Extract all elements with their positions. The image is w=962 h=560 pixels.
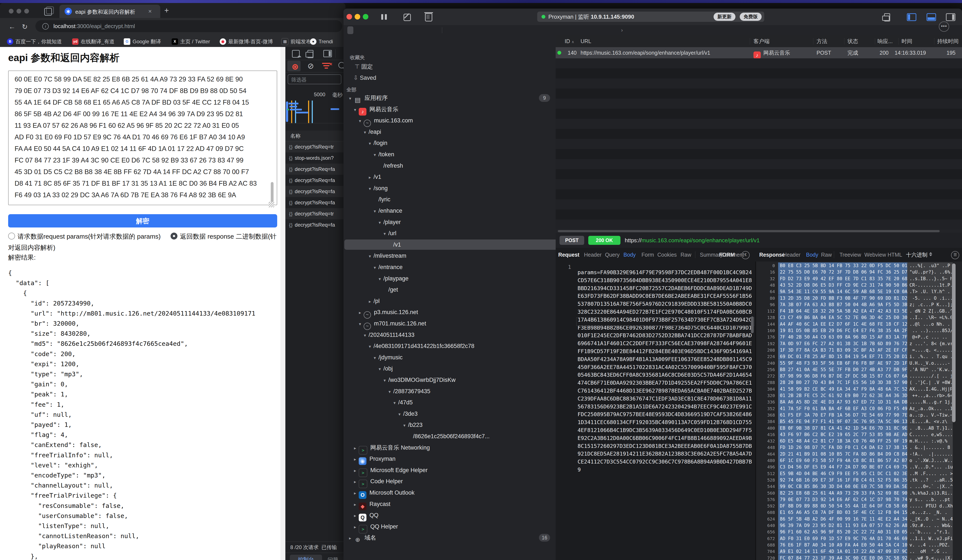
chevron-icon[interactable]: ▸	[347, 533, 354, 543]
chevron-icon[interactable]: ▸	[352, 488, 359, 498]
bookmark-item[interactable]: B 百度一下，你就知道	[7, 38, 62, 45]
col-response[interactable]: 响应...	[878, 35, 893, 47]
tab-resp-webview[interactable]: Webview	[864, 248, 886, 262]
col-url[interactable]: URL	[581, 35, 591, 47]
bookmark-item[interactable]: ▤ 前端发布	[281, 38, 311, 45]
tab-req-body[interactable]: Body	[623, 248, 636, 262]
waterfall-range-handle[interactable]	[286, 101, 288, 122]
protocol-filter-tab[interactable]	[581, 26, 588, 34]
tree-row[interactable]: ▾/token	[344, 149, 556, 159]
sidebar-item-pinned[interactable]: ⊤ 固定	[355, 61, 373, 72]
textarea-resize-grip[interactable]	[269, 202, 274, 207]
protocol-filter-tab[interactable]	[520, 26, 526, 34]
radio-request-params[interactable]	[8, 233, 15, 240]
tab-req-cookies[interactable]: Cookies	[657, 248, 677, 262]
trash-icon[interactable]	[425, 13, 432, 21]
toggle-bottom-panel-icon[interactable]	[926, 13, 936, 21]
chevron-icon[interactable]: ▾	[347, 93, 354, 103]
reload-icon[interactable]: ↻	[22, 23, 27, 31]
response-hex-pane[interactable]: 0 B0 E8 C3 25 5B BD 14 FB 75 33 22 0D F5…	[756, 262, 962, 560]
compose-icon[interactable]	[404, 14, 411, 21]
radio-request-label[interactable]: 请求数据request params(针对请求数据的 params)	[18, 233, 161, 240]
tree-row[interactable]: /lyric	[344, 194, 556, 204]
protocol-filter-tab[interactable]	[564, 26, 570, 34]
tree-row[interactable]: /8626e1c25b06f246893f4c7...	[344, 431, 556, 441]
tree-row[interactable]: ▾/login	[344, 138, 556, 148]
inspect-element-icon[interactable]	[292, 50, 300, 58]
radio-response-binary[interactable]	[171, 233, 178, 240]
network-waterfall[interactable]	[286, 101, 344, 123]
chevron-icon[interactable]: ▾	[366, 341, 373, 352]
devices-icon[interactable]	[884, 13, 890, 21]
tree-row[interactable]: ▾/url	[344, 228, 556, 238]
bookmark-item[interactable]: ◉ 最新微博-首页-微博	[220, 38, 273, 45]
chevron-icon[interactable]: ▾	[391, 398, 398, 408]
network-request-row[interactable]: {;}decrypt?isReq=tr	[286, 141, 344, 153]
tree-row[interactable]: ▸◆Raycast	[344, 499, 556, 509]
tree-row[interactable]: ▾/b223	[344, 420, 556, 430]
format-menu-icon[interactable]: ☰	[951, 251, 959, 259]
tree-row[interactable]: ▸>QQ Helper	[344, 521, 556, 532]
more-filters-icon[interactable]: •••	[939, 21, 949, 32]
tree-row[interactable]: ▸>Microsoft Edge Helper	[344, 465, 556, 475]
minimize-icon[interactable]	[355, 14, 360, 19]
tree-row[interactable]: ▸/pl	[344, 296, 556, 306]
tree-row[interactable]: ▾/playpage	[344, 274, 556, 284]
tree-row[interactable]: ▾/song	[344, 183, 556, 193]
tree-row[interactable]: ▾/entrance	[344, 262, 556, 272]
record-button[interactable]	[287, 61, 300, 71]
tab-resp-raw[interactable]: Raw	[821, 248, 832, 262]
col-client[interactable]: 客户端	[754, 35, 770, 47]
chevron-icon[interactable]: ▾	[352, 105, 359, 115]
body-format-dropdown[interactable]: FORM	[719, 248, 735, 262]
protocol-filter-tab[interactable]	[347, 26, 353, 34]
network-request-row[interactable]: {;}decrypt?isReq=fa	[286, 175, 344, 186]
tab-resp-body[interactable]: Body	[806, 248, 818, 262]
network-request-row[interactable]: {;}decrypt?isReq=fa	[286, 186, 344, 197]
hex-view-dropdown[interactable]: 十六进制	[906, 248, 932, 262]
tree-row[interactable]: ▸◉Proxyman	[344, 454, 556, 464]
tree-row[interactable]: ▸~p3.music.126.net	[344, 307, 556, 317]
tree-row[interactable]: ▾/28873679435	[344, 386, 556, 396]
tree-row[interactable]: ▸/v1	[344, 172, 556, 182]
new-tab-button[interactable]: +	[164, 6, 169, 15]
protocol-filter-tab[interactable]	[537, 26, 543, 34]
tab-req-raw[interactable]: Raw	[681, 248, 691, 262]
chevron-icon[interactable]: ▾	[366, 183, 373, 194]
tab-issues[interactable]: 问题	[328, 556, 338, 560]
chevron-icon[interactable]: ▾	[386, 386, 393, 397]
col-time[interactable]: 时间	[902, 35, 912, 47]
network-request-row[interactable]: {;}decrypt?isReq=fa	[286, 219, 344, 230]
chevron-icon[interactable]: ▾	[396, 409, 403, 419]
tree-row[interactable]: ▸QQQ	[344, 510, 556, 520]
col-id[interactable]: ID ∧	[565, 35, 574, 47]
toggle-sidebar-icon[interactable]	[907, 13, 916, 21]
tree-row[interactable]: ▾/3de3	[344, 409, 556, 419]
tree-row[interactable]: ▾▤应用程序 9	[344, 93, 556, 103]
protocol-filter-tab[interactable]	[468, 26, 475, 34]
dock-side-icon[interactable]	[323, 50, 332, 57]
table-hscrollbar[interactable]	[556, 229, 962, 233]
chevron-icon[interactable]: ▸	[352, 510, 359, 521]
network-request-row[interactable]: {;}stop-words.json?	[286, 153, 344, 164]
bookmark-item[interactable]: G Google 翻译	[124, 38, 161, 45]
tree-row[interactable]: ▾/20240511144133	[344, 330, 556, 340]
traffic-close-icon[interactable]	[9, 9, 13, 13]
chevron-icon[interactable]: ▸	[352, 522, 359, 532]
tab-resp-html[interactable]: HTML	[888, 248, 902, 262]
chevron-icon[interactable]: ▾	[376, 274, 383, 284]
tree-row[interactable]: ▸>网易云音乐 Networking	[344, 443, 556, 453]
sidebar-item-saved[interactable]: ⇩ Saved	[353, 73, 376, 83]
pause-icon[interactable]	[381, 14, 383, 20]
tree-row[interactable]: /get	[344, 285, 556, 295]
network-request-row[interactable]: {;}decrypt?isReq=fa	[286, 164, 344, 175]
decrypt-button[interactable]: 解密	[8, 214, 277, 227]
tab-resp-header[interactable]: Header	[783, 248, 801, 262]
page-scrollbar-track[interactable]	[281, 47, 286, 560]
tab-response[interactable]: Response	[759, 248, 785, 262]
chevron-icon[interactable]: ▸	[352, 499, 359, 510]
tree-row[interactable]: ▸⊕域名 16	[344, 533, 556, 543]
traffic-zoom-icon[interactable]	[24, 9, 29, 13]
site-info-icon[interactable]: i	[42, 23, 49, 30]
tree-row[interactable]: ▾/4e083109171d431422b1fc36658f2c78	[344, 341, 556, 351]
